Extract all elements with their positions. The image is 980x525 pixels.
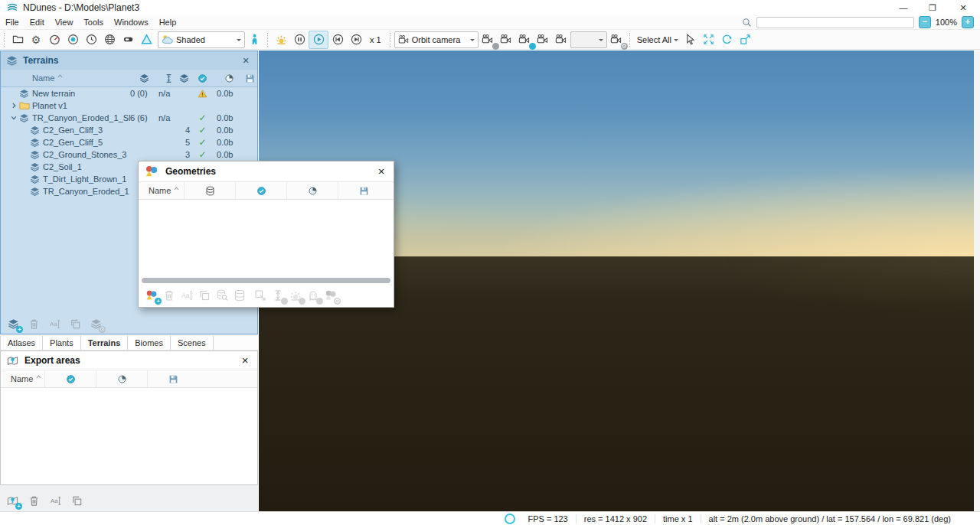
duplicate-export-area-button[interactable] (69, 493, 84, 508)
toolbar-grip[interactable] (4, 33, 5, 47)
menu-item-edit[interactable]: Edit (24, 18, 50, 27)
camera-load-button[interactable] (552, 31, 570, 48)
add-geometry-button[interactable]: + (144, 288, 159, 303)
table-row[interactable]: New terrain0 (0)n/a0.0b (1, 87, 257, 99)
scrollbar-thumb[interactable] (142, 278, 390, 283)
geometries-list[interactable] (139, 200, 394, 277)
camera-remove-button[interactable] (479, 31, 497, 48)
import-light-button[interactable] (288, 288, 303, 303)
column-header-name[interactable]: Name (32, 73, 130, 83)
column-header-terrain-icon[interactable] (130, 73, 158, 83)
move-tool-button[interactable] (700, 31, 718, 48)
settings-button[interactable]: ⚙ (27, 31, 45, 48)
capsule-button[interactable] (119, 31, 137, 48)
column-header-save-icon[interactable] (147, 370, 198, 387)
menu-item-help[interactable]: Help (154, 18, 182, 27)
delete-terrain-button[interactable] (26, 316, 41, 331)
column-header-usage-icon[interactable] (96, 370, 147, 387)
column-header-save-icon[interactable] (338, 182, 389, 199)
open-file-button[interactable] (8, 31, 27, 48)
tab-biomes[interactable]: Biomes (128, 336, 171, 350)
browse-database-button[interactable] (214, 288, 230, 303)
column-header-source-icon[interactable] (184, 182, 235, 199)
delete-geometry-button[interactable] (162, 288, 177, 303)
rotate-tool-button[interactable] (718, 31, 737, 48)
camera-preset-dropdown[interactable] (570, 31, 607, 48)
column-header-usage-icon[interactable] (286, 182, 338, 199)
play-button[interactable] (309, 31, 328, 49)
render-mode-dropdown[interactable]: Shaded (158, 31, 245, 48)
import-object-button[interactable] (305, 288, 321, 303)
duplicate-terrain-button[interactable] (67, 316, 83, 331)
menu-item-tools[interactable]: Tools (78, 18, 109, 27)
expander-icon[interactable] (8, 102, 19, 109)
add-terrain-button[interactable]: + (5, 316, 21, 331)
time-button[interactable] (82, 31, 100, 48)
toolbar-grip[interactable] (267, 33, 268, 47)
toolbar-grip[interactable] (390, 33, 390, 47)
scale-tool-button[interactable] (737, 31, 755, 48)
camera-settings-button[interactable]: ⚙ (607, 31, 626, 48)
visibility-button[interactable] (64, 31, 82, 48)
pause-button[interactable] (290, 31, 309, 48)
duplicate-geometry-button[interactable] (197, 288, 212, 303)
column-header-status-icon[interactable] (191, 73, 214, 83)
tab-plants[interactable]: Plants (43, 336, 81, 350)
performance-gauge-button[interactable] (45, 31, 64, 48)
column-header-status-icon[interactable] (235, 182, 286, 199)
tab-atlases[interactable]: Atlases (0, 336, 43, 350)
import-height-button[interactable] (270, 288, 286, 303)
column-header-height-icon[interactable] (158, 73, 178, 83)
avatar-mode-button[interactable] (245, 31, 263, 48)
column-header-usage-icon[interactable] (214, 73, 242, 83)
menu-item-view[interactable]: View (50, 18, 79, 27)
camera-save-button[interactable] (534, 31, 552, 48)
rename-geometry-button[interactable] (179, 288, 194, 303)
table-row[interactable]: C2_Gen_Cliff_34✓0.0b (1, 124, 257, 136)
daylight-button[interactable] (272, 31, 290, 48)
zoom-in-button[interactable]: + (962, 16, 974, 28)
import-box-button[interactable] (253, 288, 268, 303)
camera-snapshot-button[interactable] (497, 31, 515, 48)
rename-export-area-button[interactable] (47, 493, 63, 508)
table-row[interactable]: C2_Gen_Cliff_55✓0.0b (1, 136, 257, 148)
table-row[interactable]: Planet v1 (1, 99, 257, 112)
restore-button[interactable]: ❐ (916, 0, 949, 15)
pointer-tool-button[interactable] (681, 31, 700, 48)
menu-item-windows[interactable]: Windows (109, 18, 154, 27)
database-button[interactable] (232, 288, 247, 303)
delete-export-area-button[interactable] (26, 493, 41, 508)
terrain-settings-button[interactable]: ⚙ (88, 316, 103, 331)
tab-terrains[interactable]: Terrains (81, 336, 129, 350)
close-button[interactable]: ✕ (946, 0, 980, 15)
geometries-dialog-header[interactable]: Geometries ✕ (139, 161, 394, 181)
column-header-save-icon[interactable] (242, 73, 257, 83)
geometry-settings-button[interactable]: ⚙ (323, 288, 338, 303)
column-header-layers-icon[interactable] (178, 73, 191, 83)
check-icon: ✓ (198, 125, 206, 135)
add-export-area-button[interactable]: + (5, 493, 20, 508)
table-row[interactable]: TR_Canyon_Eroded_1_SM_lite6 (6)n/a✓0.0b (1, 112, 257, 124)
search-input[interactable] (756, 17, 914, 28)
select-mode-dropdown[interactable]: Select All (634, 35, 681, 44)
toolbar-grip[interactable] (629, 33, 630, 47)
camera-mode-dropdown[interactable]: Orbit camera (394, 31, 479, 48)
column-header-status-icon[interactable] (44, 370, 96, 387)
step-back-button[interactable] (328, 31, 347, 48)
close-icon[interactable]: ✕ (239, 356, 251, 366)
column-header-name[interactable]: Name (1, 374, 44, 383)
close-icon[interactable]: ✕ (240, 56, 252, 66)
column-header-name[interactable]: Name (139, 186, 184, 195)
prism-button[interactable] (137, 31, 155, 48)
export-areas-list[interactable] (1, 388, 257, 484)
zoom-out-button[interactable]: − (919, 16, 931, 28)
table-row[interactable]: C2_Ground_Stones_33✓0.0b (1, 148, 257, 161)
planet-button[interactable] (100, 31, 119, 48)
camera-record-button[interactable] (515, 31, 534, 48)
menu-item-file[interactable]: File (0, 18, 24, 27)
close-icon[interactable]: ✕ (375, 167, 387, 177)
step-forward-button[interactable] (347, 31, 365, 48)
tab-scenes[interactable]: Scenes (171, 336, 214, 350)
rename-terrain-button[interactable] (47, 316, 62, 331)
expander-icon[interactable] (8, 114, 19, 122)
